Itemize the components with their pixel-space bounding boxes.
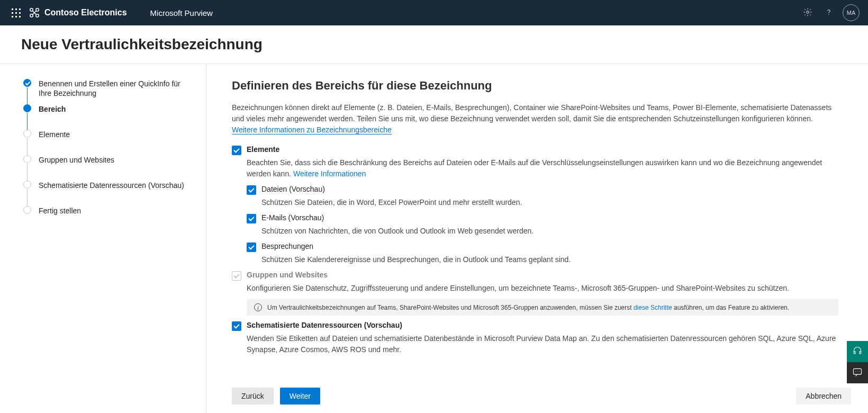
svg-point-1 <box>36 8 39 12</box>
svg-point-5 <box>828 14 829 14</box>
svg-point-7 <box>855 371 856 371</box>
main-panel: Definieren des Bereichs für diese Bezeic… <box>206 64 868 412</box>
learn-more-scopes-link[interactable]: Weitere Informationen zu Bezeichnungsber… <box>232 125 392 134</box>
items-learn-more-link[interactable]: Weitere Informationen <box>293 169 366 178</box>
svg-point-4 <box>807 11 809 13</box>
section-heading: Definieren des Bereichs für diese Bezeic… <box>232 79 838 93</box>
svg-point-2 <box>30 14 33 17</box>
avatar[interactable]: MA <box>843 4 860 21</box>
step-pending-icon <box>23 206 31 214</box>
headset-icon <box>852 346 863 358</box>
cancel-button[interactable]: Abbrechen <box>796 388 851 405</box>
checkbox-files-desc: Schützen Sie Dateien, die in Word, Excel… <box>261 197 838 208</box>
svg-point-9 <box>859 371 860 371</box>
feedback-icon <box>852 367 863 379</box>
groups-info-bar: i Um Vertraulichkeitsbezeichnungen auf T… <box>247 299 838 316</box>
checkbox-files[interactable]: Dateien (Vorschau) <box>247 185 838 195</box>
wizard-step-naming[interactable]: Benennen und Erstellen einer QuickInfo f… <box>23 79 193 104</box>
checkbox-schematized-desc: Wenden Sie Etiketten auf Dateien und sch… <box>247 333 838 355</box>
org-brand: Contoso Electronics <box>29 7 127 19</box>
checkbox-icon <box>247 185 256 195</box>
product-name: Microsoft Purview <box>150 8 213 17</box>
checkbox-icon <box>247 243 256 252</box>
checkbox-schematized[interactable]: Schematisierte Datenressourcen (Vorschau… <box>232 321 838 331</box>
page-title: Neue Vertraulichkeitsbezeichnung <box>0 25 868 64</box>
checkbox-disabled-icon <box>232 271 241 281</box>
checkbox-groups-desc: Konfigurieren Sie Datenschutz, Zugriffss… <box>247 283 838 294</box>
checkbox-meetings-desc: Schützen Sie Kalenderereignisse und Besp… <box>261 254 838 265</box>
checkbox-icon <box>232 321 241 331</box>
next-button[interactable]: Weiter <box>280 388 320 405</box>
step-done-icon <box>23 79 31 87</box>
waffle-icon <box>12 8 20 17</box>
settings-button[interactable] <box>797 0 818 25</box>
step-pending-icon <box>23 155 31 163</box>
feedback-widget-button[interactable] <box>847 362 868 383</box>
checkbox-emails[interactable]: E-Mails (Vorschau) <box>247 213 838 223</box>
wizard-footer: Zurück Weiter Abbrechen <box>232 388 851 405</box>
checkbox-icon <box>247 214 256 223</box>
groups-steps-link[interactable]: diese Schritte <box>634 304 672 311</box>
checkbox-icon <box>232 146 241 155</box>
checkbox-items[interactable]: Elemente <box>232 145 838 155</box>
wizard-step-scope[interactable]: Bereich <box>23 104 193 130</box>
help-button[interactable] <box>818 0 839 25</box>
svg-point-3 <box>36 14 39 17</box>
step-pending-icon <box>23 181 31 188</box>
wizard-steps: Benennen und Erstellen einer QuickInfo f… <box>0 64 206 412</box>
app-launcher-button[interactable] <box>5 0 26 25</box>
help-icon <box>824 7 834 19</box>
org-name: Contoso Electronics <box>44 8 127 17</box>
checkbox-meetings[interactable]: Besprechungen <box>247 242 838 252</box>
info-icon: i <box>254 303 262 311</box>
svg-point-8 <box>857 371 858 371</box>
checkbox-items-desc: Beachten Sie, dass sich die Beschränkung… <box>247 157 838 179</box>
section-lead: Bezeichnungen können direkt auf Elemente… <box>232 102 838 136</box>
wizard-step-elements[interactable]: Elemente <box>23 130 193 155</box>
org-logo-icon <box>29 7 40 19</box>
svg-point-0 <box>30 8 33 12</box>
top-app-bar: Contoso Electronics Microsoft Purview MA <box>0 0 868 25</box>
checkbox-emails-desc: Schützen von Nachrichten, die von Outloo… <box>261 226 838 237</box>
wizard-step-schematized[interactable]: Schematisierte Datenressourcen (Vorschau… <box>23 181 193 206</box>
checkbox-groups: Gruppen und Websites <box>232 271 838 281</box>
step-active-icon <box>23 104 31 112</box>
support-widget-button[interactable] <box>847 341 868 362</box>
back-button[interactable]: Zurück <box>232 388 274 405</box>
step-pending-icon <box>23 130 31 138</box>
gear-icon <box>803 7 812 19</box>
wizard-step-finish[interactable]: Fertig stellen <box>23 206 193 216</box>
wizard-step-groups[interactable]: Gruppen und Websites <box>23 155 193 181</box>
